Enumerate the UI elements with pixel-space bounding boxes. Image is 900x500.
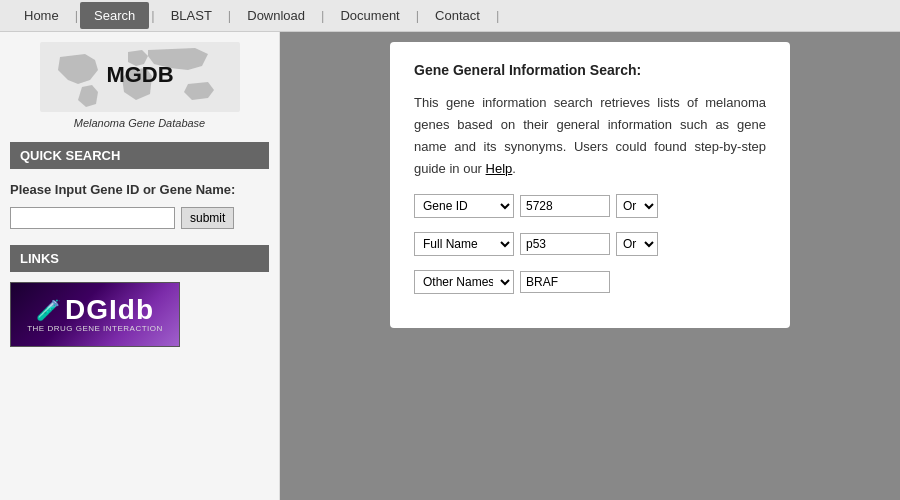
logo-area: MGDB Melanoma Gene Database: [10, 42, 269, 130]
card-title: Gene General Information Search:: [414, 62, 766, 78]
field-select-gene-id[interactable]: Gene ID: [414, 194, 514, 218]
nav-contact[interactable]: Contact: [421, 2, 494, 29]
nav-sep-1: |: [75, 8, 78, 23]
content-area: Gene General Information Search: This ge…: [280, 32, 900, 500]
dgidb-title: DGIdb: [65, 296, 154, 324]
quick-search-form: submit: [10, 207, 269, 229]
dgidb-subtitle: The Drug Gene Interaction: [27, 324, 163, 333]
help-link[interactable]: Help: [486, 161, 513, 176]
field-input-gene-id[interactable]: [520, 195, 610, 217]
nav-sep-2: |: [151, 8, 154, 23]
or-select-1[interactable]: Or: [616, 194, 658, 218]
card-description: This gene information search retrieves l…: [414, 92, 766, 180]
nav-download[interactable]: Download: [233, 2, 319, 29]
gene-search-card: Gene General Information Search: This ge…: [390, 42, 790, 328]
nav-search[interactable]: Search: [80, 2, 149, 29]
nav-sep-5: |: [416, 8, 419, 23]
nav-document[interactable]: Document: [326, 2, 413, 29]
world-map-icon: MGDB: [40, 42, 240, 112]
nav-home[interactable]: Home: [10, 2, 73, 29]
field-input-other-names[interactable]: [520, 271, 610, 293]
dgidb-banner[interactable]: 🧪 DGIdb The Drug Gene Interaction: [10, 282, 180, 347]
nav-blast[interactable]: BLAST: [157, 2, 226, 29]
field-select-full-name[interactable]: Full Name: [414, 232, 514, 256]
dgidb-logo-row: 🧪 DGIdb: [36, 296, 154, 324]
quick-search-input[interactable]: [10, 207, 175, 229]
navigation: Home | Search | BLAST | Download | Docum…: [0, 0, 900, 32]
or-select-2[interactable]: Or: [616, 232, 658, 256]
logo-subtitle: Melanoma Gene Database: [40, 117, 240, 129]
quick-search-header: QUICK SEARCH: [10, 142, 269, 169]
input-label: Please Input Gene ID or Gene Name:: [10, 181, 269, 199]
svg-text:MGDB: MGDB: [106, 62, 173, 87]
field-input-full-name[interactable]: [520, 233, 610, 255]
field-select-other-names[interactable]: Other Names: [414, 270, 514, 294]
field-row-full-name: Full Name Or: [414, 232, 766, 256]
quick-search-submit[interactable]: submit: [181, 207, 234, 229]
field-row-gene-id: Gene ID Or: [414, 194, 766, 218]
nav-sep-6: |: [496, 8, 499, 23]
dgidb-icon: 🧪: [36, 298, 61, 322]
card-desc-text: This gene information search retrieves l…: [414, 95, 766, 176]
nav-sep-4: |: [321, 8, 324, 23]
main-layout: MGDB Melanoma Gene Database QUICK SEARCH…: [0, 32, 900, 500]
field-row-other-names: Other Names: [414, 270, 766, 294]
links-header: LINKS: [10, 245, 269, 272]
sidebar: MGDB Melanoma Gene Database QUICK SEARCH…: [0, 32, 280, 500]
nav-sep-3: |: [228, 8, 231, 23]
